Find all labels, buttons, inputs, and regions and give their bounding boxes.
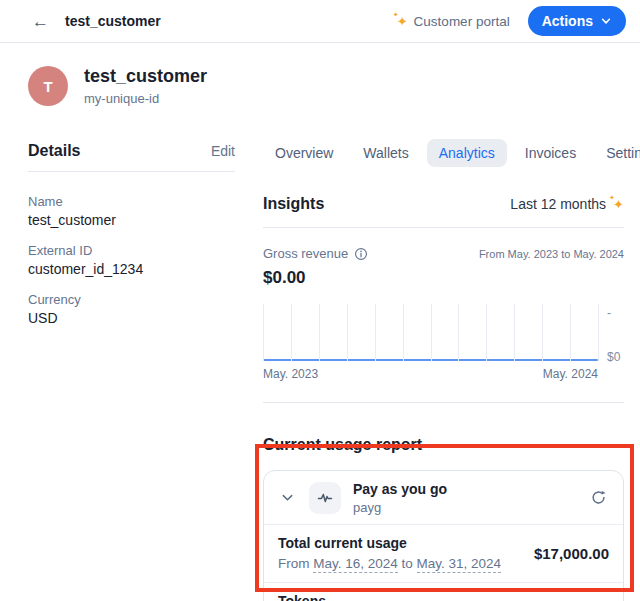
field-value: customer_id_1234 [28, 261, 235, 278]
chart-gridline [263, 304, 264, 361]
chart-gridline [570, 304, 571, 361]
usage-plan-header: Pay as you go payg [264, 471, 623, 524]
customer-portal-link[interactable]: ✦✦ Customer portal [397, 14, 510, 29]
field-value: test_customer [28, 212, 235, 229]
y-tick-max: - [607, 306, 611, 320]
detail-field-currency: CurrencyUSD [28, 292, 235, 327]
gross-revenue-value: $0.00 [263, 268, 624, 288]
tab-analytics[interactable]: Analytics [427, 139, 507, 167]
details-divider [28, 171, 235, 172]
customer-portal-label: Customer portal [414, 14, 510, 29]
period-to-date[interactable]: May. 31, 2024 [417, 556, 502, 573]
tab-settings[interactable]: Settings [594, 139, 640, 167]
field-value: USD [28, 310, 235, 327]
collapse-toggle-button[interactable] [278, 488, 297, 507]
insights-heading: Insights [263, 193, 324, 215]
tabs: OverviewWalletsAnalyticsInvoicesSettings [263, 139, 624, 167]
tab-wallets[interactable]: Wallets [351, 139, 420, 167]
edit-details-button[interactable]: Edit [211, 143, 235, 159]
usage-item-name: Tokens [278, 593, 609, 601]
chart-gridline [514, 304, 515, 361]
plan-name: Pay as you go [353, 481, 447, 497]
chart-gridline [375, 304, 376, 361]
total-usage-label: Total current usage [278, 535, 501, 552]
total-usage-text: Total current usage From May. 16, 2024 t… [278, 535, 501, 572]
usage-item-row: Tokens openai_tokens [264, 582, 623, 601]
gross-revenue-label-group: Gross revenue [263, 246, 368, 261]
chart-gridline [291, 304, 292, 361]
total-usage-row: Total current usage From May. 16, 2024 t… [264, 524, 623, 582]
field-label: External ID [28, 243, 235, 258]
plan-icon-box [309, 482, 341, 514]
chart-divider [263, 402, 624, 403]
period-from-date[interactable]: May. 16, 2024 [313, 556, 398, 573]
top-bar: ← test_customer ✦✦ Customer portal Actio… [0, 0, 640, 43]
avatar: T [28, 66, 68, 106]
gross-revenue-chart: - $0 May. 2023 May. 2024 [263, 304, 624, 381]
chart-gridline [347, 304, 348, 361]
refresh-button[interactable] [588, 487, 609, 508]
detail-field-name: Nametest_customer [28, 194, 235, 229]
refresh-icon [590, 489, 607, 506]
details-heading: Details [28, 140, 80, 162]
field-label: Name [28, 194, 235, 209]
customer-detail-main: OverviewWalletsAnalyticsInvoicesSettings… [263, 139, 624, 601]
chart-y-axis: - $0 [598, 304, 624, 361]
period-selector-label: Last 12 months [510, 196, 606, 212]
customer-name: test_customer [84, 66, 207, 86]
pulse-icon [317, 490, 333, 506]
details-panel: Details Edit Nametest_customerExternal I… [28, 140, 235, 341]
chart-date-range: From May. 2023 to May. 2024 [479, 248, 624, 260]
chart-gridline [542, 304, 543, 361]
tab-invoices[interactable]: Invoices [513, 139, 588, 167]
chart-plot [263, 304, 598, 361]
chart-gridline [458, 304, 459, 361]
total-usage-period: From May. 16, 2024 to May. 31, 2024 [278, 556, 501, 572]
customer-identity: test_customer my-unique-id [84, 66, 207, 106]
actions-button[interactable]: Actions [528, 6, 626, 36]
topbar-title: test_customer [65, 13, 161, 29]
period-prefix: From [278, 556, 313, 571]
usage-report-heading: Current usage report [263, 434, 624, 456]
insights-header: Insights Last 12 months ✦✦ [263, 193, 624, 215]
gross-revenue-row: Gross revenue From May. 2023 to May. 202… [263, 246, 624, 261]
back-button[interactable]: ← [26, 11, 55, 32]
plan-title-group: Pay as you go payg [353, 481, 447, 515]
x-tick-left: May. 2023 [263, 367, 318, 381]
field-label: Currency [28, 292, 235, 307]
chart-gridline [403, 304, 404, 361]
chart-x-axis: May. 2023 May. 2024 [263, 367, 598, 381]
actions-label: Actions [542, 13, 593, 29]
customer-header: T test_customer my-unique-id [28, 66, 207, 106]
customer-unique-id: my-unique-id [84, 91, 207, 106]
arrow-left-icon: ← [32, 12, 49, 31]
chart-gridline [486, 304, 487, 361]
tab-overview[interactable]: Overview [263, 139, 345, 167]
detail-field-external-id: External IDcustomer_id_1234 [28, 243, 235, 278]
chart-area: - $0 [263, 304, 624, 361]
chart-gridline [431, 304, 432, 361]
chevron-down-icon [280, 490, 295, 505]
details-fields: Nametest_customerExternal IDcustomer_id_… [28, 194, 235, 327]
period-selector[interactable]: Last 12 months ✦✦ [510, 196, 624, 212]
y-tick-min: $0 [607, 350, 620, 364]
total-usage-amount: $17,000.00 [534, 545, 609, 562]
chart-gridline [598, 304, 599, 361]
x-tick-right: May. 2024 [543, 367, 598, 381]
details-header: Details Edit [28, 140, 235, 162]
chevron-down-icon [600, 15, 612, 27]
period-separator: to [398, 556, 417, 571]
usage-report-card: Pay as you go payg Total current usage F… [263, 470, 624, 601]
gross-revenue-label: Gross revenue [263, 246, 348, 261]
chart-gridline [319, 304, 320, 361]
info-icon[interactable] [354, 247, 368, 261]
sparkle-icon: ✦✦ [613, 198, 624, 211]
sparkle-icon: ✦✦ [397, 15, 408, 28]
avatar-initial: T [43, 78, 52, 95]
insights-divider [263, 227, 624, 228]
plan-code: payg [353, 500, 447, 515]
